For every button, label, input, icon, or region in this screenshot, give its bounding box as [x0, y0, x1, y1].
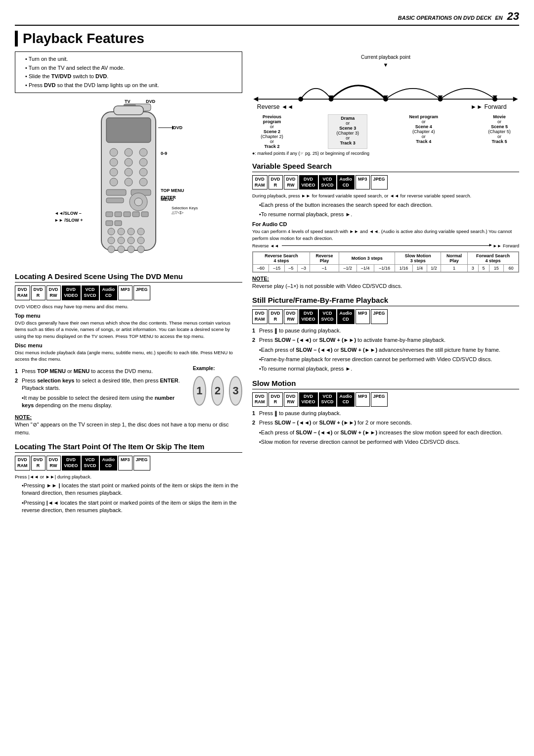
vs-bullet-2: To resume normal playback, press ►.: [252, 211, 519, 218]
variable-speed-bullets: Each press of the button increases the s…: [252, 201, 519, 219]
note-text-vs: Reverse play (–1×) is not possible with …: [252, 283, 519, 290]
locating-scene-section: Locating A Desired Scene Using The DVD M…: [15, 272, 242, 436]
badge2-mp3: MP3: [118, 456, 133, 470]
speed-val-13: 3: [467, 264, 478, 272]
speed-val-7: –1/4: [356, 264, 374, 272]
steps-area: Press TOP MENU or MENU to access the DVD…: [15, 366, 188, 412]
diagram-labels: PreviousprogramorScene 2(Chapter 2)orTra…: [252, 114, 519, 149]
intro-list: Turn on the unit. Turn on the TV and sel…: [20, 55, 237, 90]
badge5-jpeg: JPEG: [371, 392, 388, 407]
variable-speed-section: Variable Speed Search DVDRAM DVDR DVDRW …: [252, 162, 519, 290]
speed-val-14: 5: [478, 264, 489, 272]
svg-point-50: [298, 96, 303, 101]
bullet-number-keys: It may be possible to select the desired…: [15, 394, 188, 410]
still-picture-badges: DVDRAM DVDR DVDRW DVDVIDEO VCDSVCD Audio…: [252, 309, 519, 324]
down-arrow: ▼: [252, 62, 519, 68]
svg-point-12: [125, 168, 133, 176]
speed-val-2: –15: [269, 264, 285, 272]
0-9-label: 0-9: [161, 151, 167, 156]
svg-point-38: [118, 246, 125, 253]
right-column: Current playback point ▼: [252, 51, 519, 517]
svg-point-7: [139, 148, 147, 156]
svg-point-37: [108, 246, 115, 253]
svg-text:►► Forward: ►► Forward: [471, 103, 507, 110]
badge5-vcd: VCDSVCD: [319, 392, 336, 407]
note-label-vs: NOTE:: [252, 276, 519, 282]
audio-cd-text: You can perform 4 levels of speed search…: [252, 228, 519, 241]
speed-val-16: 60: [504, 264, 519, 272]
svg-rect-26: [141, 212, 148, 217]
badge4-audio-cd: AudioCD: [337, 309, 355, 324]
svg-point-5: [110, 148, 118, 156]
sm-step-2: Press SLOW – (◄◄) or SLOW + (►►) for 2 o…: [252, 419, 519, 426]
locating-start-title: Locating The Start Point Of The Item Or …: [15, 442, 242, 453]
svg-text:Reverse ◄◄: Reverse ◄◄: [257, 103, 293, 110]
svg-rect-17: [106, 189, 126, 195]
svg-rect-3: [114, 106, 143, 115]
svg-rect-27: [106, 221, 113, 226]
badge2-dvd-ram: DVDRAM: [15, 456, 30, 470]
note-text-locating: When "⊘" appears on the TV screen in ste…: [15, 421, 242, 436]
badge3-audio-cd: AudioCD: [337, 175, 355, 189]
badge4-jpeg: JPEG: [371, 309, 388, 324]
svg-point-13: [139, 168, 147, 176]
badge2-dvd-video: DVDVIDEO: [62, 456, 81, 470]
speed-arrow-bar: ►: [282, 245, 490, 246]
badge3-jpeg: JPEG: [371, 175, 388, 189]
step-2: Press selection keys to select a desired…: [15, 377, 188, 392]
svg-point-21: [134, 198, 142, 206]
badge3-vcd: VCDSVCD: [319, 175, 336, 189]
intro-item-1: Turn on the unit.: [20, 55, 237, 64]
arc-diagram-svg: Reverse ◄◄ ►► Forward: [252, 69, 519, 111]
label-movie: MovieorScene 5(Chapter 5)orTrack 5: [480, 114, 519, 149]
svg-point-40: [137, 246, 144, 253]
variable-speed-text: During playback, press ►► for forward va…: [252, 192, 519, 199]
circle-2: 2: [211, 376, 224, 406]
badge2-dvd-r: DVDR: [31, 456, 45, 470]
svg-point-11: [110, 168, 118, 176]
badge5-audio-cd: AudioCD: [337, 392, 355, 407]
normal-cell: NormalPlay: [441, 252, 468, 264]
still-picture-title: Still Picture/Frame-By-Frame Playback: [252, 296, 519, 306]
remote-svg: [54, 98, 203, 266]
sp-bullet-2: Frame-by-frame playback for reverse dire…: [252, 356, 519, 363]
speed-val-4: –3: [297, 264, 310, 272]
svg-point-8: [110, 158, 118, 166]
speed-val-8: –1/16: [374, 264, 395, 272]
circle-3: 3: [229, 376, 242, 406]
svg-point-6: [125, 148, 133, 156]
speed-val-15: 15: [489, 264, 504, 272]
sm-bullet-2: Slow motion for reverse direction cannot…: [252, 438, 519, 446]
top-menu-heading: Top menu: [15, 313, 242, 319]
badge3-dvd-video: DVDVIDEO: [299, 175, 318, 189]
badge4-dvd-ram: DVDRAM: [252, 309, 267, 324]
svg-rect-28: [115, 221, 122, 226]
top-menu-text: DVD discs generally have their own menus…: [15, 320, 242, 339]
svg-marker-45: [513, 96, 518, 101]
sm-bullet-1: Each press of SLOW – (◄◄) or SLOW + (►►)…: [252, 429, 519, 436]
marked-note: ●: marked points if any (☞ pg. 25) or be…: [252, 151, 519, 156]
speed-val-1: –60: [253, 264, 269, 272]
svg-point-10: [139, 158, 147, 166]
speed-val-10: 1/4: [412, 264, 427, 272]
forward-search-cell: Forward Search4 steps: [467, 252, 518, 264]
sp-step-2: Press SLOW – (◄◄) or SLOW + (►►) to acti…: [252, 336, 519, 344]
dvd-video-note: DVD VIDEO discs may have top menu and di…: [15, 303, 242, 310]
speed-table-inner: Reverse Search4 steps ReversePlay Motion…: [253, 252, 519, 272]
bullet-reverse: Pressing |◄◄ locates the start point or …: [15, 499, 242, 515]
badge-dvd-video: DVDVIDEO: [62, 285, 81, 300]
badge5-dvd-rw: DVDRW: [284, 392, 298, 407]
badge4-dvd-rw: DVDRW: [284, 309, 298, 324]
page-number: 23: [507, 10, 519, 22]
svg-rect-19: [106, 198, 124, 203]
svg-point-34: [118, 237, 125, 244]
badge3-dvd-ram: DVDRAM: [252, 175, 267, 189]
locating-start-text: Press |◄◄ or ►►| during playback.: [15, 473, 242, 480]
badge-jpeg: JPEG: [134, 285, 150, 300]
badge5-dvd-r: DVDR: [268, 392, 283, 407]
disc-menu-text: Disc menus include playback data (angle …: [15, 349, 242, 363]
slow-motion-section: Slow Motion DVDRAM DVDR DVDRW DVDVIDEO V…: [252, 379, 519, 446]
badge5-dvd-video: DVDVIDEO: [299, 392, 318, 407]
menu-label: MENU: [161, 197, 174, 202]
direction-bar-vs: Reverse ◄◄ ► ►► Forward: [252, 243, 519, 248]
